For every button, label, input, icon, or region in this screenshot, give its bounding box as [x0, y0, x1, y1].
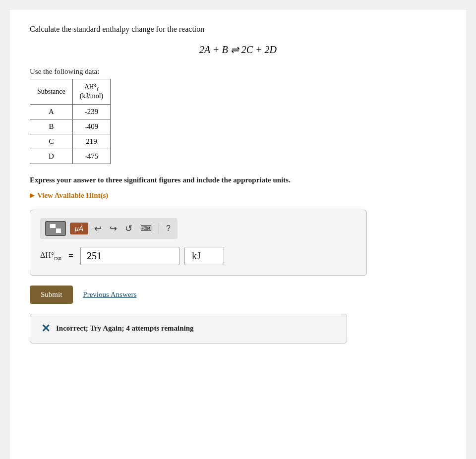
mu-button[interactable]: μÅ: [70, 223, 88, 234]
delta-h-label: ΔH°rxn: [40, 251, 61, 261]
mu-label: μÅ: [75, 225, 83, 232]
table-row: C 219: [30, 134, 111, 149]
incorrect-icon: ✕: [41, 322, 50, 335]
question-title: Calculate the standard enthalpy change f…: [30, 25, 446, 34]
help-button[interactable]: ?: [164, 223, 173, 234]
previous-answers-link[interactable]: Previous Answers: [83, 290, 136, 299]
col1-header: Substance: [30, 79, 73, 105]
value-a: -239: [72, 104, 110, 119]
answer-input[interactable]: [80, 247, 179, 265]
substance-a: A: [30, 104, 73, 119]
value-d: -475: [72, 149, 110, 164]
table-row: B -409: [30, 119, 111, 134]
hint-link[interactable]: ▶ View Available Hint(s): [30, 191, 446, 200]
units-box: kJ: [184, 247, 224, 265]
matrix-icon: [50, 224, 61, 233]
table-row: A -239: [30, 104, 111, 119]
substance-c: C: [30, 134, 73, 149]
redo-icon: ↪: [110, 224, 117, 233]
hint-arrow-icon: ▶: [30, 192, 34, 199]
submit-row: Submit Previous Answers: [30, 286, 446, 304]
undo-button[interactable]: ↩: [92, 222, 104, 235]
hint-link-label: View Available Hint(s): [37, 191, 108, 200]
refresh-button[interactable]: ↺: [123, 222, 134, 235]
reaction-equation-text: 2A + B ⇌ 2C + 2D: [199, 44, 277, 55]
col2-header: ΔH°f(kJ/mol): [72, 79, 110, 105]
refresh-icon: ↺: [125, 224, 132, 233]
value-b: -409: [72, 119, 110, 134]
answer-row: ΔH°rxn = kJ: [40, 247, 357, 265]
answer-box: μÅ ↩ ↪ ↺ ⌨ ?: [30, 210, 367, 276]
express-answer-text: Express your answer to three significant…: [30, 176, 446, 184]
keyboard-button[interactable]: ⌨: [138, 223, 154, 234]
redo-button[interactable]: ↪: [108, 222, 119, 235]
feedback-text: Incorrect; Try Again; 4 attempts remaini…: [56, 324, 194, 333]
reaction-equation: 2A + B ⇌ 2C + 2D: [30, 44, 446, 56]
data-table: Substance ΔH°f(kJ/mol) A -239 B -409 C 2…: [30, 79, 111, 164]
toolbar-separator: [159, 223, 159, 234]
table-row: D -475: [30, 149, 111, 164]
value-c: 219: [72, 134, 110, 149]
feedback-box: ✕ Incorrect; Try Again; 4 attempts remai…: [30, 314, 347, 344]
substance-d: D: [30, 149, 73, 164]
keyboard-icon: ⌨: [140, 224, 152, 232]
matrix-button[interactable]: [45, 221, 66, 236]
substance-b: B: [30, 119, 73, 134]
toolbar: μÅ ↩ ↪ ↺ ⌨ ?: [40, 218, 178, 239]
help-icon: ?: [166, 224, 171, 232]
submit-button[interactable]: Submit: [30, 286, 73, 304]
page-container: Calculate the standard enthalpy change f…: [10, 10, 466, 459]
equals-sign: =: [68, 251, 73, 261]
undo-icon: ↩: [94, 224, 102, 233]
use-data-label: Use the following data:: [30, 67, 446, 76]
